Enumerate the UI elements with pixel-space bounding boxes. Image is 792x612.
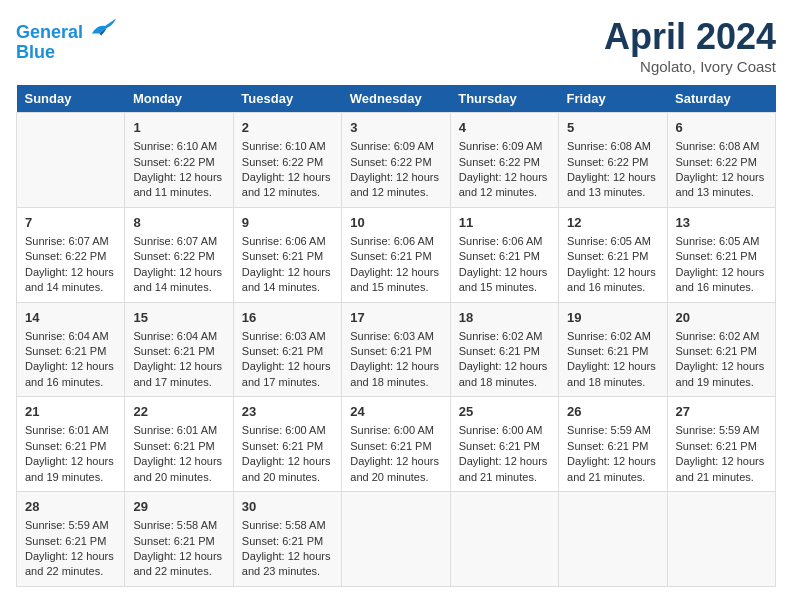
weekday-header-wednesday: Wednesday	[342, 85, 450, 113]
day-number: 11	[459, 214, 550, 232]
location-subtitle: Ngolato, Ivory Coast	[604, 58, 776, 75]
day-number: 29	[133, 498, 224, 516]
logo-blue: Blue	[16, 43, 118, 63]
calendar-week-row: 1Sunrise: 6:10 AMSunset: 6:22 PMDaylight…	[17, 113, 776, 208]
calendar-cell: 28Sunrise: 5:59 AMSunset: 6:21 PMDayligh…	[17, 492, 125, 587]
day-number: 8	[133, 214, 224, 232]
daylight-text: Daylight: 12 hours and 22 minutes.	[25, 549, 116, 580]
calendar-cell: 25Sunrise: 6:00 AMSunset: 6:21 PMDayligh…	[450, 397, 558, 492]
calendar-cell: 17Sunrise: 6:03 AMSunset: 6:21 PMDayligh…	[342, 302, 450, 397]
sunrise-text: Sunrise: 6:09 AM	[459, 139, 550, 154]
day-number: 28	[25, 498, 116, 516]
daylight-text: Daylight: 12 hours and 20 minutes.	[242, 454, 333, 485]
day-number: 19	[567, 309, 658, 327]
sunrise-text: Sunrise: 6:07 AM	[133, 234, 224, 249]
sunset-text: Sunset: 6:21 PM	[350, 439, 441, 454]
sunset-text: Sunset: 6:21 PM	[25, 344, 116, 359]
sunrise-text: Sunrise: 6:01 AM	[25, 423, 116, 438]
sunset-text: Sunset: 6:22 PM	[567, 155, 658, 170]
sunset-text: Sunset: 6:21 PM	[459, 249, 550, 264]
calendar-cell: 15Sunrise: 6:04 AMSunset: 6:21 PMDayligh…	[125, 302, 233, 397]
sunrise-text: Sunrise: 6:02 AM	[567, 329, 658, 344]
day-number: 3	[350, 119, 441, 137]
calendar-cell: 8Sunrise: 6:07 AMSunset: 6:22 PMDaylight…	[125, 207, 233, 302]
calendar-table: SundayMondayTuesdayWednesdayThursdayFrid…	[16, 85, 776, 587]
sunrise-text: Sunrise: 6:05 AM	[676, 234, 767, 249]
daylight-text: Daylight: 12 hours and 18 minutes.	[567, 359, 658, 390]
calendar-cell: 6Sunrise: 6:08 AMSunset: 6:22 PMDaylight…	[667, 113, 775, 208]
sunrise-text: Sunrise: 6:05 AM	[567, 234, 658, 249]
daylight-text: Daylight: 12 hours and 22 minutes.	[133, 549, 224, 580]
sunrise-text: Sunrise: 6:00 AM	[350, 423, 441, 438]
day-number: 30	[242, 498, 333, 516]
calendar-week-row: 28Sunrise: 5:59 AMSunset: 6:21 PMDayligh…	[17, 492, 776, 587]
weekday-header-friday: Friday	[559, 85, 667, 113]
daylight-text: Daylight: 12 hours and 21 minutes.	[567, 454, 658, 485]
day-number: 6	[676, 119, 767, 137]
sunrise-text: Sunrise: 5:59 AM	[25, 518, 116, 533]
daylight-text: Daylight: 12 hours and 21 minutes.	[676, 454, 767, 485]
sunset-text: Sunset: 6:21 PM	[25, 439, 116, 454]
daylight-text: Daylight: 12 hours and 16 minutes.	[25, 359, 116, 390]
calendar-cell	[450, 492, 558, 587]
sunrise-text: Sunrise: 6:07 AM	[25, 234, 116, 249]
sunrise-text: Sunrise: 6:08 AM	[676, 139, 767, 154]
day-number: 5	[567, 119, 658, 137]
calendar-cell: 1Sunrise: 6:10 AMSunset: 6:22 PMDaylight…	[125, 113, 233, 208]
calendar-week-row: 21Sunrise: 6:01 AMSunset: 6:21 PMDayligh…	[17, 397, 776, 492]
sunset-text: Sunset: 6:21 PM	[242, 534, 333, 549]
sunrise-text: Sunrise: 6:06 AM	[242, 234, 333, 249]
calendar-cell: 4Sunrise: 6:09 AMSunset: 6:22 PMDaylight…	[450, 113, 558, 208]
daylight-text: Daylight: 12 hours and 11 minutes.	[133, 170, 224, 201]
daylight-text: Daylight: 12 hours and 13 minutes.	[676, 170, 767, 201]
sunset-text: Sunset: 6:21 PM	[133, 439, 224, 454]
day-number: 23	[242, 403, 333, 421]
sunrise-text: Sunrise: 5:58 AM	[133, 518, 224, 533]
day-number: 9	[242, 214, 333, 232]
weekday-header-tuesday: Tuesday	[233, 85, 341, 113]
sunrise-text: Sunrise: 5:58 AM	[242, 518, 333, 533]
daylight-text: Daylight: 12 hours and 15 minutes.	[350, 265, 441, 296]
sunrise-text: Sunrise: 6:06 AM	[350, 234, 441, 249]
calendar-cell: 11Sunrise: 6:06 AMSunset: 6:21 PMDayligh…	[450, 207, 558, 302]
daylight-text: Daylight: 12 hours and 19 minutes.	[25, 454, 116, 485]
sunrise-text: Sunrise: 6:03 AM	[350, 329, 441, 344]
daylight-text: Daylight: 12 hours and 23 minutes.	[242, 549, 333, 580]
sunset-text: Sunset: 6:21 PM	[459, 344, 550, 359]
calendar-cell: 29Sunrise: 5:58 AMSunset: 6:21 PMDayligh…	[125, 492, 233, 587]
sunset-text: Sunset: 6:21 PM	[242, 344, 333, 359]
sunset-text: Sunset: 6:21 PM	[567, 344, 658, 359]
calendar-cell	[342, 492, 450, 587]
sunset-text: Sunset: 6:21 PM	[567, 439, 658, 454]
calendar-cell	[17, 113, 125, 208]
calendar-cell: 24Sunrise: 6:00 AMSunset: 6:21 PMDayligh…	[342, 397, 450, 492]
sunset-text: Sunset: 6:21 PM	[133, 534, 224, 549]
weekday-header-monday: Monday	[125, 85, 233, 113]
daylight-text: Daylight: 12 hours and 14 minutes.	[133, 265, 224, 296]
sunrise-text: Sunrise: 6:00 AM	[242, 423, 333, 438]
daylight-text: Daylight: 12 hours and 18 minutes.	[459, 359, 550, 390]
sunset-text: Sunset: 6:22 PM	[459, 155, 550, 170]
sunset-text: Sunset: 6:22 PM	[133, 249, 224, 264]
day-number: 24	[350, 403, 441, 421]
calendar-cell: 21Sunrise: 6:01 AMSunset: 6:21 PMDayligh…	[17, 397, 125, 492]
sunset-text: Sunset: 6:21 PM	[676, 439, 767, 454]
calendar-cell: 12Sunrise: 6:05 AMSunset: 6:21 PMDayligh…	[559, 207, 667, 302]
logo-bird-icon	[90, 16, 118, 38]
daylight-text: Daylight: 12 hours and 12 minutes.	[350, 170, 441, 201]
calendar-cell: 13Sunrise: 6:05 AMSunset: 6:21 PMDayligh…	[667, 207, 775, 302]
day-number: 12	[567, 214, 658, 232]
day-number: 26	[567, 403, 658, 421]
calendar-cell: 2Sunrise: 6:10 AMSunset: 6:22 PMDaylight…	[233, 113, 341, 208]
calendar-cell: 16Sunrise: 6:03 AMSunset: 6:21 PMDayligh…	[233, 302, 341, 397]
day-number: 15	[133, 309, 224, 327]
day-number: 17	[350, 309, 441, 327]
day-number: 1	[133, 119, 224, 137]
daylight-text: Daylight: 12 hours and 16 minutes.	[567, 265, 658, 296]
calendar-cell	[559, 492, 667, 587]
sunset-text: Sunset: 6:21 PM	[567, 249, 658, 264]
calendar-cell: 26Sunrise: 5:59 AMSunset: 6:21 PMDayligh…	[559, 397, 667, 492]
day-number: 25	[459, 403, 550, 421]
sunset-text: Sunset: 6:21 PM	[676, 344, 767, 359]
sunset-text: Sunset: 6:21 PM	[350, 344, 441, 359]
